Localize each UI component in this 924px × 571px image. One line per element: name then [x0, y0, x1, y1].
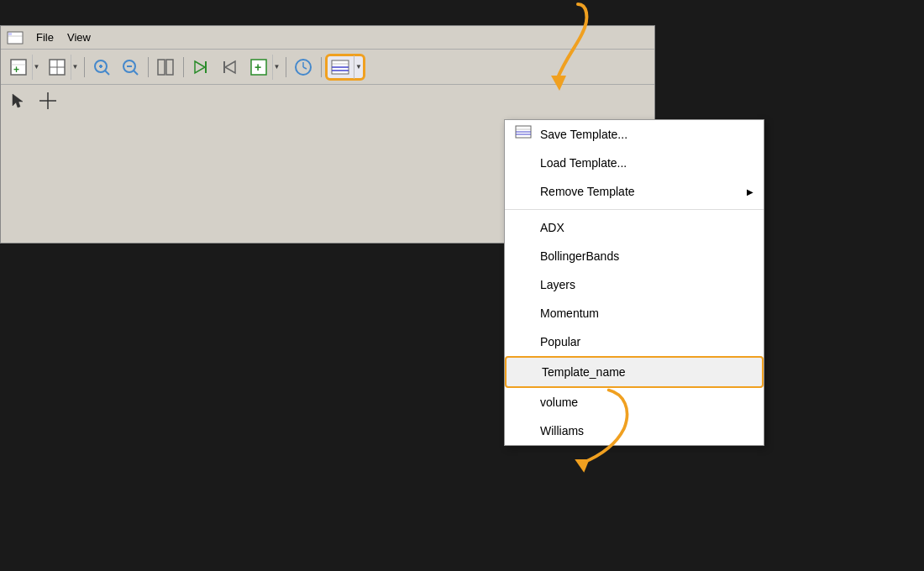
secondary-toolbar [1, 85, 654, 117]
remove-template-submenu-arrow: ▶ [747, 187, 753, 196]
load-template-item[interactable]: Load Template... [505, 149, 764, 177]
menu-file[interactable]: File [29, 29, 60, 45]
bollinger-item[interactable]: BollingerBands [505, 242, 764, 270]
pointer-tool-btn[interactable] [4, 87, 31, 114]
sep2 [145, 54, 150, 81]
volume-item[interactable]: volume [505, 388, 764, 416]
svg-rect-18 [166, 60, 173, 75]
adx-item[interactable]: ADX [505, 213, 764, 242]
svg-line-13 [105, 71, 109, 75]
svg-marker-21 [225, 61, 235, 73]
menu-view[interactable]: View [60, 29, 97, 45]
svg-marker-39 [575, 459, 589, 473]
split-btn[interactable] [152, 54, 179, 81]
volume-label: volume [540, 396, 578, 409]
popular-label: Popular [540, 335, 580, 348]
crosshair-tool-btn[interactable] [34, 87, 61, 114]
template-name-item[interactable]: Template_name [505, 356, 764, 388]
layers-item[interactable]: Layers [505, 270, 764, 299]
svg-text:+: + [13, 64, 19, 76]
save-template-item[interactable]: Save Template... [505, 120, 764, 149]
save-template-label: Save Template... [540, 128, 627, 141]
menu-bar: File View [1, 26, 654, 50]
momentum-label: Momentum [540, 306, 599, 320]
zoom-in-btn[interactable] [88, 54, 115, 81]
app-icon-btn[interactable] [4, 29, 26, 47]
save-template-icon [515, 125, 533, 144]
popular-item[interactable]: Popular [505, 327, 764, 356]
svg-line-27 [303, 67, 307, 69]
template-name-label: Template_name [542, 365, 626, 379]
layout-btn[interactable]: ▼ [43, 54, 80, 81]
williams-item[interactable]: Williams [505, 416, 764, 445]
new-chart-btn[interactable]: + ▼ [4, 54, 41, 81]
sep4 [283, 54, 288, 81]
layers-label: Layers [540, 278, 575, 291]
svg-rect-17 [158, 60, 165, 75]
williams-label: Williams [540, 424, 584, 437]
add-btn[interactable]: + ▼ [244, 54, 281, 81]
template-dropdown: Save Template... Load Template... Remove… [504, 119, 764, 446]
main-toolbar: + ▼ ▼ [1, 50, 654, 85]
sep5 [318, 54, 323, 81]
step-back-btn[interactable] [216, 54, 243, 81]
momentum-item[interactable]: Momentum [505, 299, 764, 327]
menu-divider-1 [505, 209, 764, 210]
svg-text:+: + [255, 60, 261, 74]
zoom-out-btn[interactable] [117, 54, 144, 81]
svg-marker-19 [195, 61, 205, 73]
load-template-label: Load Template... [540, 156, 627, 170]
svg-marker-32 [13, 94, 23, 107]
bollinger-label: BollingerBands [540, 249, 619, 263]
clock-btn[interactable] [290, 54, 317, 81]
svg-rect-3 [8, 33, 12, 35]
remove-template-label: Remove Template [540, 185, 635, 198]
svg-line-16 [134, 71, 138, 75]
step-fwd-btn[interactable] [187, 54, 214, 81]
adx-label: ADX [540, 221, 564, 234]
template-btn[interactable]: ▼ [325, 54, 365, 81]
sep3 [181, 54, 186, 81]
sep1 [81, 54, 87, 81]
remove-template-item[interactable]: Remove Template ▶ [505, 177, 764, 206]
